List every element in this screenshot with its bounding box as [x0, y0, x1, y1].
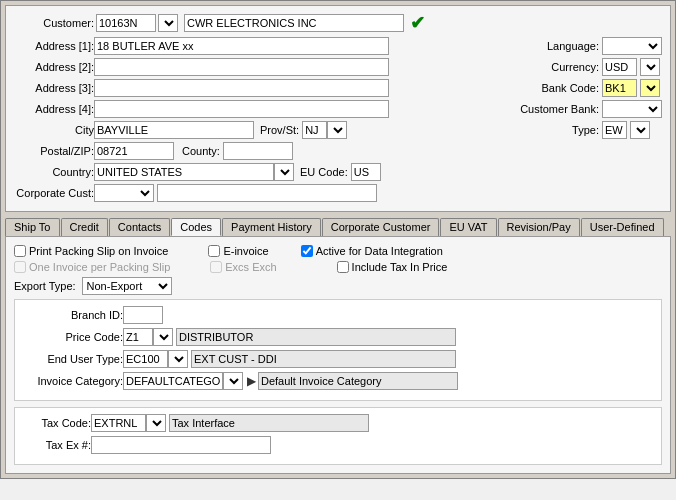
- include-tax-label: Include Tax In Price: [352, 261, 448, 273]
- print-packing-slip-checkbox[interactable]: [14, 245, 26, 257]
- tab-contacts[interactable]: Contacts: [109, 218, 170, 236]
- address1-input[interactable]: [94, 37, 389, 55]
- language-row: Language:: [509, 37, 662, 55]
- address3-row: Address [3]:: [14, 79, 501, 97]
- one-invoice-label: One Invoice per Packing Slip: [29, 261, 170, 273]
- language-select[interactable]: [602, 37, 662, 55]
- currency-dropdown[interactable]: ▼: [640, 58, 660, 76]
- country-input[interactable]: [94, 163, 274, 181]
- address2-row: Address [2]:: [14, 58, 501, 76]
- end-user-type-input[interactable]: [123, 350, 168, 368]
- eu-code-input[interactable]: [351, 163, 381, 181]
- branch-id-input[interactable]: [123, 306, 163, 324]
- tax-section: Tax Code: ▼ Tax Interface Tax Ex #:: [14, 407, 662, 465]
- excs-exch-item: Excs Exch: [210, 261, 276, 273]
- tab-payment-history[interactable]: Payment History: [222, 218, 321, 236]
- invoice-category-desc: Default Invoice Category: [258, 372, 458, 390]
- price-code-input[interactable]: [123, 328, 153, 346]
- print-packing-slip-item: Print Packing Slip on Invoice: [14, 245, 168, 257]
- active-data-integration-item: Active for Data Integration: [301, 245, 443, 257]
- prov-st-dropdown[interactable]: ▼: [327, 121, 347, 139]
- prov-st-input[interactable]: [302, 121, 327, 139]
- e-invoice-label: E-invoice: [223, 245, 268, 257]
- tax-ex-label: Tax Ex #:: [23, 439, 91, 451]
- right-fields: Language: Currency: ▼ Bank Code: ▼ Custo…: [509, 37, 662, 205]
- customer-id-dropdown[interactable]: ▼: [158, 14, 178, 32]
- currency-input[interactable]: [602, 58, 637, 76]
- tab-ship-to[interactable]: Ship To: [5, 218, 60, 236]
- codes-inner-section: Branch ID: Price Code: ▼ DISTRIBUTOR End…: [14, 299, 662, 401]
- invoice-category-label: Invoice Category:: [23, 375, 123, 387]
- corporate-cust-select[interactable]: [94, 184, 154, 202]
- checkmark-icon: ✔: [410, 12, 425, 34]
- city-input[interactable]: [94, 121, 254, 139]
- price-code-row: Price Code: ▼ DISTRIBUTOR: [23, 328, 653, 346]
- export-type-select[interactable]: Non-Export Export: [82, 277, 172, 295]
- main-container: Customer: ▼ ✔ Address [1]: Address [2]: …: [0, 0, 676, 479]
- price-code-desc: DISTRIBUTOR: [176, 328, 456, 346]
- price-code-dropdown[interactable]: ▼: [153, 328, 173, 346]
- tab-content-codes: Print Packing Slip on Invoice E-invoice …: [5, 236, 671, 474]
- excs-exch-label: Excs Exch: [225, 261, 276, 273]
- language-label: Language:: [509, 40, 599, 52]
- country-dropdown[interactable]: ▼: [274, 163, 294, 181]
- tabs-bar: Ship To Credit Contacts Codes Payment Hi…: [1, 216, 675, 236]
- e-invoice-item: E-invoice: [208, 245, 268, 257]
- tax-code-dropdown[interactable]: ▼: [146, 414, 166, 432]
- corporate-cust-label: Corporate Cust:: [14, 187, 94, 199]
- include-tax-checkbox[interactable]: [337, 261, 349, 273]
- corporate-cust-row: Corporate Cust:: [14, 184, 501, 202]
- e-invoice-checkbox[interactable]: [208, 245, 220, 257]
- customer-row: Customer: ▼ ✔: [14, 12, 662, 34]
- address3-label: Address [3]:: [14, 82, 94, 94]
- address1-label: Address [1]:: [14, 40, 94, 52]
- county-input[interactable]: [223, 142, 293, 160]
- invoice-category-input[interactable]: [123, 372, 223, 390]
- eu-code-label: EU Code:: [300, 166, 348, 178]
- postal-input[interactable]: [94, 142, 174, 160]
- customer-bank-label: Customer Bank:: [509, 103, 599, 115]
- address4-input[interactable]: [94, 100, 389, 118]
- postal-label: Postal/ZIP:: [14, 145, 94, 157]
- invoice-category-row: Invoice Category: ▼ ▶ Default Invoice Ca…: [23, 372, 653, 390]
- country-label: Country:: [14, 166, 94, 178]
- tax-ex-input[interactable]: [91, 436, 271, 454]
- address2-label: Address [2]:: [14, 61, 94, 73]
- address3-input[interactable]: [94, 79, 389, 97]
- customer-bank-row: Customer Bank:: [509, 100, 662, 118]
- customer-name-input[interactable]: [184, 14, 404, 32]
- address2-input[interactable]: [94, 58, 389, 76]
- address4-label: Address [4]:: [14, 103, 94, 115]
- city-label: City: [14, 124, 94, 136]
- checkbox-row-2: One Invoice per Packing Slip Excs Exch I…: [14, 261, 662, 273]
- tax-code-row: Tax Code: ▼ Tax Interface: [23, 414, 653, 432]
- excs-exch-checkbox[interactable]: [210, 261, 222, 273]
- tab-credit[interactable]: Credit: [61, 218, 108, 236]
- corporate-cust-input[interactable]: [157, 184, 377, 202]
- tab-user-defined[interactable]: User-Defined: [581, 218, 664, 236]
- customer-label: Customer:: [14, 17, 94, 29]
- invoice-category-dropdown[interactable]: ▼: [223, 372, 243, 390]
- active-data-integration-checkbox[interactable]: [301, 245, 313, 257]
- one-invoice-checkbox[interactable]: [14, 261, 26, 273]
- tab-corporate-customer[interactable]: Corporate Customer: [322, 218, 440, 236]
- print-packing-slip-label: Print Packing Slip on Invoice: [29, 245, 168, 257]
- bank-code-row: Bank Code: ▼: [509, 79, 662, 97]
- type-input[interactable]: [602, 121, 627, 139]
- left-fields: Address [1]: Address [2]: Address [3]: A…: [14, 37, 501, 205]
- tab-revision-pay[interactable]: Revision/Pay: [498, 218, 580, 236]
- tax-code-label: Tax Code:: [23, 417, 91, 429]
- customer-id-input[interactable]: [96, 14, 156, 32]
- bank-code-input[interactable]: [602, 79, 637, 97]
- active-data-integration-label: Active for Data Integration: [316, 245, 443, 257]
- end-user-type-dropdown[interactable]: ▼: [168, 350, 188, 368]
- tab-eu-vat[interactable]: EU VAT: [440, 218, 496, 236]
- bank-code-dropdown[interactable]: ▼: [640, 79, 660, 97]
- tax-code-input[interactable]: [91, 414, 146, 432]
- type-dropdown[interactable]: ▼: [630, 121, 650, 139]
- tax-code-desc: Tax Interface: [169, 414, 369, 432]
- tab-codes[interactable]: Codes: [171, 218, 221, 236]
- customer-bank-select[interactable]: [602, 100, 662, 118]
- type-row: Type: ▼: [509, 121, 662, 139]
- export-type-row: Export Type: Non-Export Export: [14, 277, 662, 295]
